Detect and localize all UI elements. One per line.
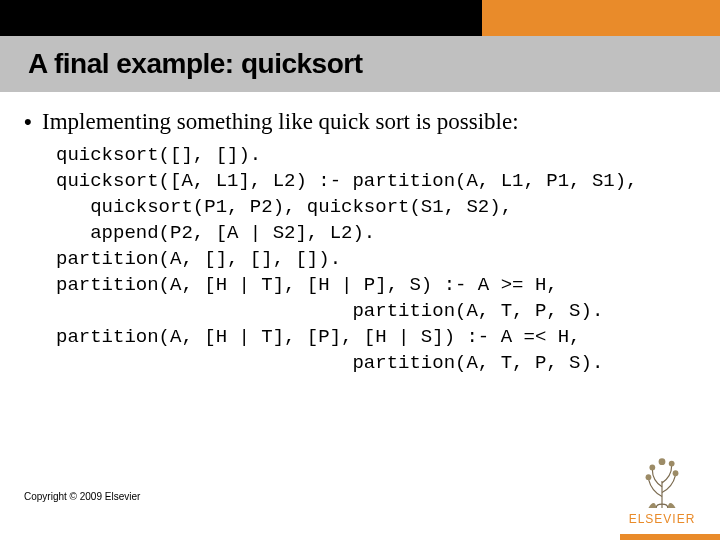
svg-point-4 [659, 458, 666, 465]
code-block: quicksort([], []). quicksort([A, L1], L2… [56, 142, 696, 376]
slide: A final example: quicksort • Implementin… [0, 0, 720, 540]
bullet-row: • Implementing something like quick sort… [24, 108, 696, 136]
publisher-logo: ELSEVIER [622, 452, 702, 526]
tree-icon [633, 452, 691, 510]
slide-body: • Implementing something like quick sort… [24, 108, 696, 376]
svg-point-1 [673, 470, 679, 476]
bullet-marker: • [24, 108, 42, 136]
svg-point-0 [646, 474, 652, 480]
header-orange-block [482, 0, 720, 36]
bullet-text: Implementing something like quick sort i… [42, 108, 519, 136]
footer-orange-bar [620, 534, 720, 540]
slide-title: A final example: quicksort [28, 48, 363, 80]
svg-point-2 [649, 465, 655, 471]
svg-point-3 [669, 461, 675, 467]
logo-wordmark: ELSEVIER [622, 512, 702, 526]
title-band: A final example: quicksort [0, 36, 720, 92]
copyright-text: Copyright © 2009 Elsevier [24, 491, 140, 502]
